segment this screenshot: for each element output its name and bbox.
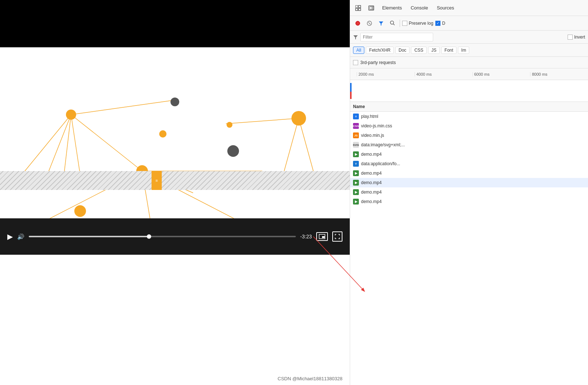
network-item-mp4-4[interactable]: ▶ demo.mp4	[350, 187, 588, 197]
file-name-play-html: play.html	[361, 114, 378, 119]
network-item-css[interactable]: CSS video-js.min.css	[350, 121, 588, 131]
file-icon-css: CSS	[353, 123, 359, 129]
network-item-mp4-5[interactable]: ▶ demo.mp4	[350, 197, 588, 206]
network-item-mp4-1[interactable]: ▶ demo.mp4	[350, 150, 588, 159]
file-name-mp4-4: demo.mp4	[361, 190, 382, 195]
network-item-svg[interactable]: SVG data:image/svg+xml;...	[350, 140, 588, 150]
file-icon-js: JS	[353, 132, 359, 138]
filter-type-fetch-xhr[interactable]: Fetch/XHR	[366, 47, 394, 54]
svg-line-12	[226, 118, 299, 124]
invert-checkbox[interactable]	[568, 35, 573, 40]
watermark: CSDN @Michael18811380328	[278, 376, 342, 381]
invert-container: Invert	[568, 35, 585, 40]
pip-button[interactable]	[316, 232, 328, 241]
tab-elements[interactable]: Elements	[379, 4, 405, 12]
svg-rect-37	[358, 8, 361, 11]
invert-label: Invert	[574, 35, 585, 40]
preserve-log-label: Preserve log	[409, 21, 433, 26]
svg-point-49	[391, 21, 394, 24]
devtools-icon-device[interactable]	[366, 3, 376, 13]
d-checkbox-container: ✓ D	[435, 21, 445, 26]
timeline-4000: 4000 ms	[415, 72, 473, 76]
hatch-bar	[0, 171, 350, 190]
network-item-play-html[interactable]: ≡ play.html	[350, 112, 588, 121]
network-item-mp4-3[interactable]: ▶ demo.mp4	[350, 178, 588, 187]
file-name-js: video.min.js	[361, 133, 384, 138]
d-label: D	[442, 21, 445, 26]
svg-point-22	[291, 111, 306, 126]
preserve-log-checkbox[interactable]	[402, 21, 407, 26]
preserve-log-container: Preserve log	[402, 21, 433, 26]
file-name-svg: data:image/svg+xml;...	[361, 142, 405, 147]
left-panel: ≡ ▶ 🔊 -3:23	[0, 0, 350, 385]
time-display: -3:23	[300, 234, 312, 239]
file-icon-mp4-2: ▶	[353, 170, 359, 176]
play-button[interactable]: ▶	[7, 232, 13, 241]
filter-type-css[interactable]: CSS	[411, 47, 427, 54]
svg-rect-40	[372, 7, 373, 9]
filter-type-im[interactable]: Im	[458, 47, 469, 54]
file-icon-mp4-3: ▶	[353, 180, 359, 186]
video-top-black	[0, 0, 350, 47]
search-button[interactable]	[388, 19, 397, 28]
file-icon-font: T	[353, 161, 359, 167]
timeline-header: 2000 ms 4000 ms 6000 ms 8000 ms	[350, 68, 588, 80]
third-party-label: 3rd-party requests	[360, 60, 396, 65]
video-player: ▶ 🔊 -3:23	[0, 218, 350, 255]
svg-marker-48	[379, 21, 383, 25]
svg-line-5	[71, 100, 175, 115]
devtools-icon-inspect[interactable]	[353, 3, 363, 13]
d-checkbox[interactable]: ✓	[435, 21, 440, 26]
third-party-row: 3rd-party requests	[350, 57, 588, 68]
filter-type-js[interactable]: JS	[428, 47, 440, 54]
svg-rect-36	[356, 8, 358, 11]
svg-marker-51	[353, 35, 358, 39]
svg-line-3	[71, 115, 80, 175]
svg-line-4	[71, 115, 142, 171]
svg-point-16	[227, 145, 239, 157]
file-icon-html: ≡	[353, 114, 359, 119]
file-name-mp4-3: demo.mp4	[361, 180, 382, 185]
fullscreen-button[interactable]	[332, 231, 342, 242]
filter-icon	[353, 35, 358, 40]
svg-line-0	[22, 115, 71, 175]
timeline-chart	[350, 80, 588, 102]
devtools-nav: Elements Console Sources	[350, 0, 588, 16]
name-column-header: Name	[350, 102, 588, 112]
filter-type-all[interactable]: All	[353, 47, 364, 54]
svg-line-1	[47, 115, 71, 175]
filter-button[interactable]	[376, 19, 386, 28]
filter-type-font[interactable]: Font	[441, 47, 456, 54]
file-name-mp4-5: demo.mp4	[361, 199, 382, 204]
network-item-js[interactable]: JS video.min.js	[350, 131, 588, 140]
filter-types-row: All Fetch/XHR Doc CSS JS Font Im	[350, 44, 588, 57]
progress-bar[interactable]	[29, 236, 296, 237]
file-icon-mp4-4: ▶	[353, 189, 359, 195]
svg-point-26	[227, 122, 232, 128]
third-party-checkbox[interactable]	[353, 60, 358, 65]
svg-point-21	[66, 110, 76, 120]
record-stop-button[interactable]	[353, 19, 362, 28]
network-list[interactable]: ≡ play.html CSS video-js.min.css JS vide…	[350, 112, 588, 385]
svg-rect-39	[370, 7, 372, 9]
timeline-2000: 2000 ms	[357, 72, 415, 76]
network-item-mp4-2[interactable]: ▶ demo.mp4	[350, 168, 588, 178]
tab-sources[interactable]: Sources	[434, 4, 457, 12]
file-icon-mp4-5: ▶	[353, 199, 359, 205]
filter-input[interactable]	[360, 33, 433, 41]
tab-console[interactable]: Console	[408, 4, 431, 12]
timeline-bar-red	[350, 92, 352, 99]
file-name-font: data:application/fo...	[361, 161, 400, 166]
clear-button[interactable]	[365, 19, 374, 28]
file-name-mp4-1: demo.mp4	[361, 152, 382, 157]
network-item-font[interactable]: T data:application/fo...	[350, 159, 588, 168]
file-icon-svg: SVG	[353, 142, 359, 148]
toolbar-separator	[400, 20, 400, 27]
svg-line-14	[299, 118, 313, 171]
file-name-css: video-js.min.css	[361, 123, 392, 128]
volume-button[interactable]: 🔊	[17, 233, 24, 240]
filter-type-doc[interactable]: Doc	[395, 47, 409, 54]
progress-thumb	[147, 234, 151, 239]
canvas-area: ≡	[0, 47, 350, 218]
timeline-6000: 6000 ms	[473, 72, 530, 76]
